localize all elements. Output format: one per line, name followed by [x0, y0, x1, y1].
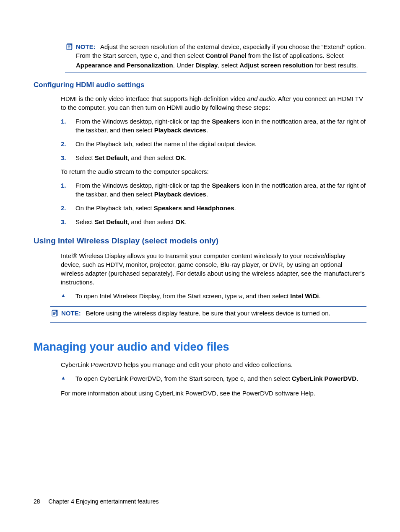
paragraph: HDMI is the only video interface that su… — [61, 94, 366, 112]
list-item: Select Set Default, and then select OK. — [61, 217, 366, 226]
chapter-label: Chapter 4 Enjoying entertainment feature… — [48, 498, 158, 505]
list-item: On the Playback tab, select Speakers and… — [61, 204, 366, 212]
list-item: To open CyberLink PowerDVD, from the Sta… — [61, 374, 366, 384]
page-number: 28 — [34, 498, 40, 505]
note-text: Before using the wireless display featur… — [86, 310, 330, 317]
page-footer: 28 Chapter 4 Enjoying entertainment feat… — [34, 498, 159, 506]
bullet-list: To open Intel Wireless Display, from the… — [61, 292, 366, 301]
paragraph: CyberLink PowerDVD helps you manage and … — [61, 360, 366, 369]
heading-intel-wireless: Using Intel Wireless Display (select mod… — [34, 235, 366, 247]
note-box: NOTE: Before using the wireless display … — [50, 306, 366, 323]
list-item: Select Set Default, and then select OK. — [61, 153, 366, 162]
heading-configuring-hdmi: Configuring HDMI audio settings — [34, 80, 366, 90]
ordered-list: From the Windows desktop, right-click or… — [61, 181, 366, 226]
paragraph: Intel® Wireless Display allows you to tr… — [61, 251, 366, 287]
list-item: From the Windows desktop, right-click or… — [61, 117, 366, 134]
note-icon — [65, 42, 74, 53]
list-item: On the Playback tab, select the name of … — [61, 139, 366, 148]
note-label: NOTE: — [61, 310, 81, 317]
list-item: To open Intel Wireless Display, from the… — [61, 292, 366, 301]
note-content: NOTE: Adjust the screen resolution of th… — [76, 42, 366, 70]
bullet-list: To open CyberLink PowerDVD, from the Sta… — [61, 374, 366, 384]
note-box: NOTE: Adjust the screen resolution of th… — [65, 40, 366, 72]
heading-managing-files: Managing your audio and video files — [34, 339, 366, 355]
note-label: NOTE: — [76, 43, 96, 50]
note-icon — [50, 309, 60, 320]
paragraph: For more information about using CyberLi… — [61, 389, 366, 398]
note-text: Adjust the screen resolution of the exte… — [76, 43, 366, 69]
list-item: From the Windows desktop, right-click or… — [61, 181, 366, 199]
paragraph: To return the audio stream to the comput… — [61, 167, 366, 176]
document-page: NOTE: Adjust the screen resolution of th… — [0, 0, 400, 532]
ordered-list: From the Windows desktop, right-click or… — [61, 117, 366, 162]
note-content: NOTE: Before using the wireless display … — [61, 309, 366, 318]
